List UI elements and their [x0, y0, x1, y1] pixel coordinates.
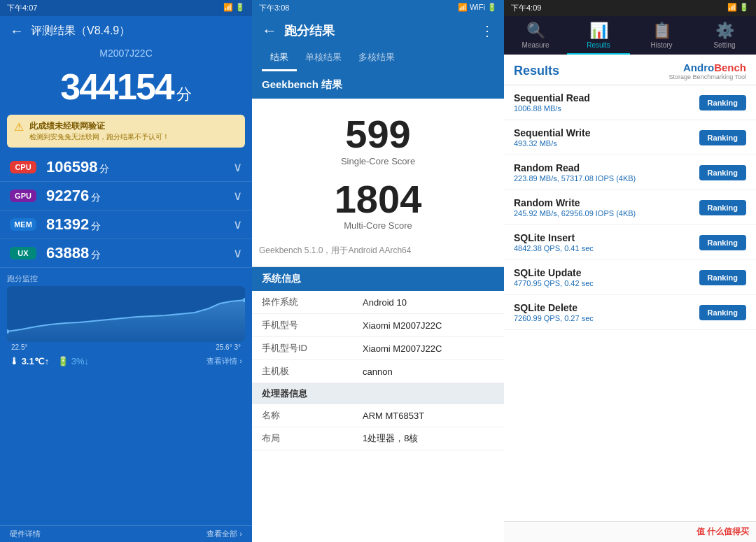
- androbench-logo: AndroBench Storage Benchmarking Tool: [669, 62, 746, 80]
- monitoring-title: 跑分监控: [7, 272, 245, 286]
- sys-os-value: Android 10: [353, 291, 504, 314]
- table-row: 名称 ARM MT6853T: [252, 404, 504, 427]
- sequential-read-value: 1006.88 MB/s: [514, 104, 590, 113]
- sqlite-delete-value: 7260.99 QPS, 0.27 sec: [514, 314, 594, 322]
- sqlite-insert-name: SQLite Insert: [514, 232, 594, 243]
- sqlite-insert-ranking-btn[interactable]: Ranking: [699, 235, 746, 250]
- signals-3: 📶 🔋: [727, 3, 749, 13]
- chart-label-right: 25.6° 3°: [216, 343, 241, 351]
- geekbench-footer-note: Geekbench 5.1.0，用于Android AArch64: [259, 239, 497, 259]
- random-write-ranking-btn[interactable]: Ranking: [699, 200, 746, 215]
- sequential-read-ranking-btn[interactable]: Ranking: [699, 95, 746, 110]
- logo-subtitle: Storage Benchmarking Tool: [669, 73, 746, 80]
- signals-1: 📶 🔋: [223, 3, 245, 13]
- tab-setting-label: Setting: [713, 41, 735, 49]
- hardware-footer: 硬件详情 查看全部 ›: [0, 525, 252, 542]
- tab-setting[interactable]: ⚙️ Setting: [693, 16, 756, 55]
- sequential-write-value: 493.32 MB/s: [514, 139, 590, 148]
- time-3: 下午4:09: [511, 3, 541, 13]
- ux-score-row[interactable]: UX 63888分 ∨: [0, 239, 252, 268]
- tab-multi-core[interactable]: 多核结果: [350, 45, 403, 71]
- sys-os-label: 操作系统: [252, 291, 353, 314]
- time-2: 下午3:08: [259, 3, 289, 13]
- mem-score-row[interactable]: MEM 81392分 ∨: [0, 211, 252, 239]
- tab-results[interactable]: 结果: [262, 45, 297, 71]
- result-sequential-read: Sequential Read 1006.88 MB/s Ranking: [504, 85, 756, 120]
- geekbench-content: Geekbench 结果 599 Single-Core Score 1804 …: [252, 71, 504, 542]
- sys-board-value: cannon: [353, 360, 504, 383]
- tab-measure[interactable]: 🔍 Measure: [504, 16, 567, 55]
- tab-single-core[interactable]: 单核结果: [297, 45, 350, 71]
- warning-main: 此成绩未经联网验证: [29, 120, 169, 132]
- multi-core-score: 1804: [259, 178, 497, 221]
- cpu-score-row[interactable]: CPU 106598分 ∨: [0, 153, 252, 182]
- mem-badge: MEM: [10, 218, 36, 231]
- androbench-footer: 值 什么值得买: [504, 521, 756, 542]
- sys-model-id-value: Xiaomi M2007J22C: [353, 337, 504, 360]
- site-logo: 值 什么值得买: [696, 526, 749, 538]
- sys-board-label: 主机板: [252, 360, 353, 383]
- result-sqlite-delete: SQLite Delete 7260.99 QPS, 0.27 sec Rank…: [504, 295, 756, 330]
- chart-labels: 22.5° 25.6° 3°: [7, 342, 245, 352]
- main-score-section: 344154分: [0, 62, 252, 109]
- random-write-name: Random Write: [514, 197, 636, 208]
- sqlite-delete-ranking-btn[interactable]: Ranking: [699, 305, 746, 320]
- table-row: 手机型号ID Xiaomi M2007J22C: [252, 337, 504, 360]
- status-bar-2: 下午3:08 📶 WiFi 🔋: [252, 0, 504, 16]
- system-info-section: 系统信息 操作系统 Android 10 手机型号 Xiaomi M2007J2…: [252, 267, 504, 450]
- main-score-value: 344154: [60, 66, 174, 107]
- cpu-chevron-icon: ∨: [233, 159, 242, 175]
- processor-info-header: 处理器信息: [252, 383, 504, 404]
- sqlite-insert-value: 4842.38 QPS, 0.41 sec: [514, 244, 594, 252]
- device-name: M2007J22C: [0, 46, 252, 62]
- tab-history[interactable]: 📋 History: [630, 16, 693, 55]
- random-read-name: Random Read: [514, 162, 636, 173]
- time-1: 下午4:07: [7, 3, 37, 13]
- sqlite-delete-info: SQLite Delete 7260.99 QPS, 0.27 sec: [514, 302, 594, 322]
- gpu-chevron-icon: ∨: [233, 188, 242, 204]
- random-write-value: 245.92 MB/s, 62956.09 IOPS (4KB): [514, 209, 636, 217]
- sys-info-header: 系统信息: [252, 267, 504, 291]
- sequential-write-ranking-btn[interactable]: Ranking: [699, 130, 746, 145]
- antutu-panel: 下午4:07 📶 🔋 ← 评测结果（V8.4.9） M2007J22C 3441…: [0, 0, 252, 542]
- geekbench-scores: 599 Single-Core Score 1804 Multi-Core Sc…: [252, 99, 504, 267]
- sys-model-id-label: 手机型号ID: [252, 337, 353, 360]
- tab-results-andro[interactable]: 📊 Results: [567, 16, 630, 55]
- ux-badge: UX: [10, 247, 36, 259]
- table-row: 手机型号 Xiaomi M2007J22C: [252, 314, 504, 337]
- back-button-1[interactable]: ←: [10, 23, 24, 39]
- sys-model-label: 手机型号: [252, 314, 353, 337]
- sequential-read-info: Sequential Read 1006.88 MB/s: [514, 92, 590, 113]
- ux-score-value: 63888分: [46, 244, 233, 262]
- gpu-score-row[interactable]: GPU 92276分 ∨: [0, 182, 252, 211]
- random-read-value: 223.89 MB/s, 57317.08 IOPS (4KB): [514, 174, 636, 183]
- sqlite-delete-name: SQLite Delete: [514, 302, 594, 313]
- main-score-unit: 分: [176, 85, 192, 103]
- view-all-link[interactable]: 查看全部 ›: [206, 529, 242, 539]
- sequential-write-name: Sequential Write: [514, 127, 590, 138]
- multi-core-label: Multi-Core Score: [259, 220, 497, 231]
- view-detail-link[interactable]: 查看详情 ›: [206, 356, 242, 366]
- signals-2: 📶 WiFi 🔋: [458, 3, 497, 13]
- mem-chevron-icon: ∨: [233, 217, 242, 232]
- more-menu-icon[interactable]: ⋮: [480, 22, 494, 39]
- monitoring-section: 跑分监控 22.5° 25.6° 3°: [7, 272, 245, 352]
- random-read-ranking-btn[interactable]: Ranking: [699, 165, 746, 180]
- results-page-title: Results: [514, 64, 559, 78]
- result-random-write: Random Write 245.92 MB/s, 62956.09 IOPS …: [504, 190, 756, 225]
- nav-title-1: 评测结果（V8.4.9）: [31, 24, 130, 38]
- gpu-score-value: 92276分: [46, 187, 233, 205]
- back-button-2[interactable]: ←: [262, 22, 277, 40]
- status-bar-3: 下午4:09 📶 🔋: [504, 0, 756, 16]
- sqlite-update-ranking-btn[interactable]: Ranking: [699, 270, 746, 285]
- tab-results-label: Results: [587, 41, 610, 49]
- sequential-read-name: Sequential Read: [514, 92, 590, 104]
- androbench-panel: 下午4:09 📶 🔋 🔍 Measure 📊 Results 📋 History…: [504, 0, 756, 542]
- geekbench-result-header: Geekbench 结果: [252, 71, 504, 99]
- tab-history-label: History: [650, 41, 672, 49]
- sequential-write-info: Sequential Write 493.32 MB/s: [514, 127, 590, 148]
- cpu-score-value: 106598分: [46, 158, 233, 176]
- proc-name-label: 名称: [252, 404, 353, 427]
- top-nav-1: ← 评测结果（V8.4.9）: [0, 16, 252, 46]
- hardware-detail-label: 硬件详情: [10, 529, 41, 539]
